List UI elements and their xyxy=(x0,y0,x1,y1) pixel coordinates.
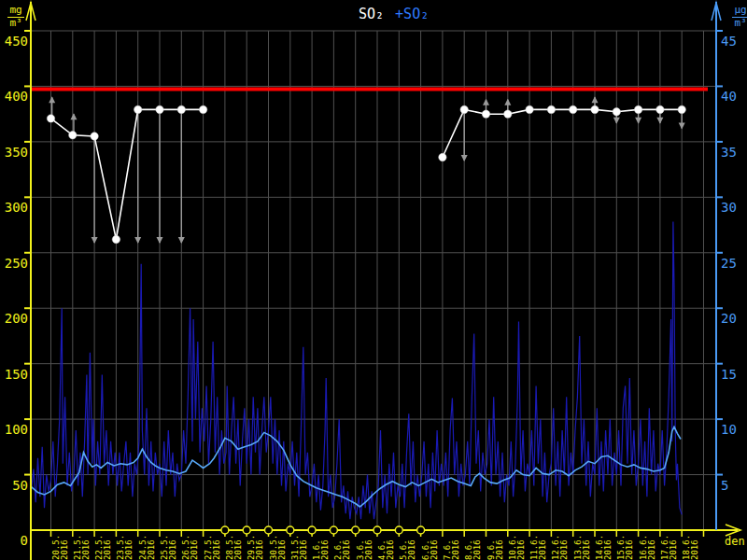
missing-data-marker xyxy=(243,526,250,534)
arrow-up-head xyxy=(592,96,599,103)
daily-point-marker xyxy=(570,105,577,113)
daily-point-marker xyxy=(591,105,599,113)
missing-data-marker xyxy=(287,526,294,534)
missing-data-marker xyxy=(395,526,402,534)
missing-data-marker xyxy=(330,526,337,534)
daily-point-marker xyxy=(547,105,555,113)
daily-point-marker xyxy=(504,110,512,118)
arrow-up-head xyxy=(49,96,55,103)
daily-point-marker xyxy=(156,105,163,113)
arrow-down-head xyxy=(679,123,685,130)
arrow-down-head xyxy=(92,237,98,244)
chart-canvas xyxy=(0,0,747,560)
missing-data-marker xyxy=(417,526,425,534)
missing-data-marker xyxy=(352,526,359,534)
daily-point-marker xyxy=(69,132,77,139)
arrow-down-head xyxy=(461,155,468,161)
daily-point-marker xyxy=(177,105,185,113)
emission-chart-window: SO₂+SO₂ mgm³ µgm³ den 450400350300250200… xyxy=(0,0,747,560)
missing-data-marker xyxy=(308,526,316,534)
arrow-down-head xyxy=(656,118,663,124)
daily-point-marker xyxy=(656,105,664,113)
arrow-up-head xyxy=(504,99,511,105)
arrow-down-head xyxy=(134,237,141,244)
arrow-down-head xyxy=(613,118,620,124)
daily-point-marker xyxy=(199,105,206,113)
daily-point-marker xyxy=(526,105,533,113)
daily-point-marker xyxy=(678,105,685,113)
arrow-down-head xyxy=(635,118,641,124)
arrow-down-head xyxy=(178,237,185,244)
daily-point-marker xyxy=(634,105,641,113)
daily-point-marker xyxy=(482,110,489,118)
arrow-up-head xyxy=(70,113,77,119)
missing-data-marker xyxy=(221,526,229,534)
so2-daily-line xyxy=(443,109,682,157)
daily-point-marker xyxy=(460,105,468,113)
arrow-down-head xyxy=(157,237,163,244)
missing-data-marker xyxy=(374,526,381,534)
daily-point-marker xyxy=(47,115,54,122)
daily-point-marker xyxy=(134,105,142,113)
daily-point-marker xyxy=(91,133,98,140)
daily-point-marker xyxy=(112,235,120,243)
daily-point-marker xyxy=(613,108,620,116)
missing-data-marker xyxy=(265,526,273,534)
daily-point-marker xyxy=(439,153,446,161)
arrow-up-head xyxy=(483,99,489,105)
